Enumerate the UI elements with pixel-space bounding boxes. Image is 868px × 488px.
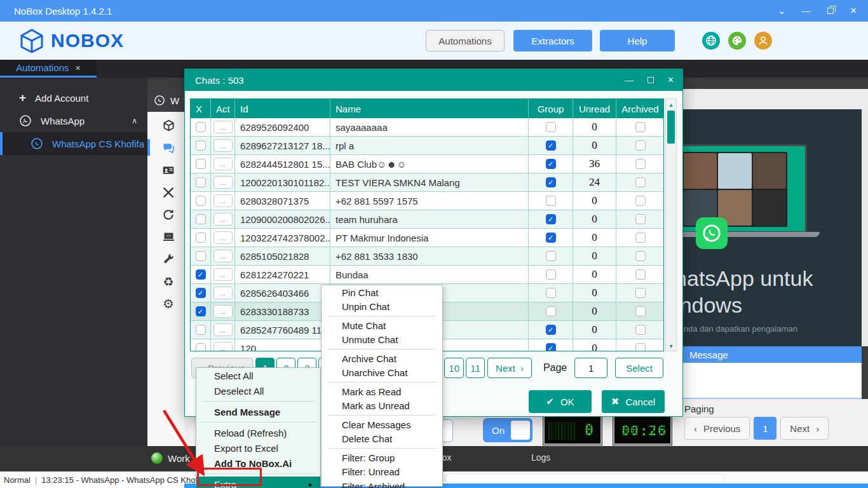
menu-item-filter-group[interactable]: Filter: Group [322,451,442,465]
laptop-code-icon[interactable]: <> [147,226,189,248]
refresh-icon[interactable] [147,203,189,226]
archived-checkbox[interactable] [635,306,646,316]
group-checkbox[interactable] [546,122,556,132]
group-checkbox[interactable] [546,288,556,298]
row-actions-button[interactable]: ... [214,213,233,226]
scrollbar-thumb[interactable] [667,111,675,144]
tab-logs[interactable]: Logs [531,452,550,463]
page-button-10[interactable]: 10 [444,358,464,378]
close-button[interactable]: × [850,4,857,17]
menu-item-send-message[interactable]: Send Message [196,404,320,419]
row-checkbox[interactable] [196,177,206,187]
archived-checkbox[interactable] [635,269,646,280]
row-actions-button[interactable]: ... [214,194,233,207]
paging-previous-button[interactable]: ‹Previous [684,417,750,440]
table-row[interactable]: ...1200220130101182...TEST VIERA SMKN4 M… [191,173,663,192]
archived-checkbox[interactable] [635,288,646,298]
row-actions-button[interactable]: ... [214,323,233,336]
menu-item-select-all[interactable]: Select All [196,368,320,383]
menu-item-extra[interactable]: Extra► [196,477,320,488]
row-actions-button[interactable]: ... [214,176,233,189]
page-number-input[interactable] [574,358,607,378]
menu-item-clear-messages[interactable]: Clear Messages [322,417,442,432]
menu-item-export-to-excel[interactable]: Export to Excel [196,440,320,456]
dialog-close-button[interactable]: × [668,74,674,86]
archived-checkbox[interactable] [635,122,646,132]
minimize-button[interactable]: — [802,6,811,16]
paging-next-button[interactable]: Next› [780,417,829,440]
globe-icon[interactable] [702,32,720,50]
menu-item-mark-as-unread[interactable]: Mark as Unread [322,399,442,414]
row-actions-button[interactable]: ... [214,139,233,152]
paging-page-1[interactable]: 1 [754,417,776,440]
restore-button[interactable] [827,8,834,14]
menu-item-unarchive-chat[interactable]: Unarchive Chat [322,366,442,381]
select-page-button[interactable]: Select [615,358,663,378]
automations-button[interactable]: Automations [426,30,505,51]
group-checkbox[interactable] [546,306,556,316]
group-checkbox[interactable] [546,196,556,206]
row-actions-button[interactable]: ... [214,305,233,318]
ok-button[interactable]: ✔ OK [529,390,592,413]
group-checkbox[interactable]: ✓ [546,343,556,351]
help-button[interactable]: Help [600,30,675,51]
row-actions-button[interactable]: ... [214,287,233,299]
chats-icon[interactable] [147,137,189,159]
row-checkbox[interactable] [196,159,206,169]
row-checkbox[interactable]: ✓ [196,288,206,298]
palette-icon[interactable] [728,32,746,50]
scroll-down-icon[interactable]: ▾ [666,341,676,351]
group-checkbox[interactable] [546,251,556,261]
archived-checkbox[interactable] [635,233,646,243]
menu-item-add-to-nobox-ai[interactable]: Add To NoBox.Ai [196,456,320,471]
cancel-button[interactable]: ✖ Cancel [602,390,665,413]
cube-icon[interactable] [147,114,189,137]
row-checkbox[interactable] [196,233,206,243]
menu-item-mark-as-read[interactable]: Mark as Read [322,384,442,399]
table-row[interactable]: ...1209000200802026...team huruhara✓0 [191,210,663,229]
extractors-button[interactable]: Extractors [513,30,592,51]
archived-checkbox[interactable] [635,177,646,187]
row-checkbox[interactable]: ✓ [196,269,206,280]
contact-card-icon[interactable] [147,159,189,181]
page-button-11[interactable]: 11 [466,358,485,378]
menu-item-filter-archived[interactable]: Filter: Archived [322,479,442,488]
group-checkbox[interactable]: ✓ [546,177,556,187]
table-scrollbar[interactable]: ▴ ▾ [665,98,677,351]
archived-checkbox[interactable] [635,196,646,206]
table-row[interactable]: ...6289627213127 18...rpl a✓0 [191,137,663,155]
gear-icon[interactable]: ⚙ [147,292,189,315]
dialog-minimize-button[interactable]: — [625,75,634,85]
wrench-icon[interactable] [147,248,189,270]
row-actions-button[interactable]: ... [214,231,233,244]
row-checkbox[interactable] [196,325,206,335]
group-checkbox[interactable]: ✓ [546,214,556,224]
row-checkbox[interactable] [196,122,206,132]
row-actions-button[interactable]: ... [214,268,233,281]
row-actions-button[interactable]: ... [214,250,233,262]
row-checkbox[interactable] [196,214,206,224]
user-icon[interactable] [754,32,772,50]
dialog-maximize-button[interactable] [648,77,654,83]
row-checkbox[interactable] [196,251,206,261]
table-row[interactable]: ...6282444512801 15...BAB Club☺☻☺✓36 [191,155,663,173]
tools-icon[interactable] [147,181,189,203]
row-actions-button[interactable]: ... [214,158,233,170]
group-checkbox[interactable] [546,269,556,280]
chevron-down-icon[interactable]: ⌄ [778,6,785,16]
table-row[interactable]: ...1203224742378002...PT Makmur Indonesi… [191,229,663,247]
group-checkbox[interactable]: ✓ [546,233,556,243]
table-row[interactable]: ...6280328071375+62 881 5597 15750 [191,192,663,210]
menu-item-reload-refresh-[interactable]: Reload (Refresh) [196,425,320,440]
archived-checkbox[interactable] [635,251,646,261]
table-row[interactable]: ...6289526092400sayaaaaaaa0 [191,118,663,137]
group-checkbox[interactable]: ✓ [546,140,556,151]
menu-item-delete-chat[interactable]: Delete Chat [322,432,442,447]
on-toggle[interactable]: On [483,418,532,442]
menu-item-filter-unread[interactable]: Filter: Unread [322,465,442,480]
row-actions-button[interactable]: ... [214,121,233,133]
row-actions-button[interactable]: ... [214,342,233,351]
table-row[interactable]: ✓...6281224270221Bundaa0 [191,266,663,284]
toggle-knob[interactable] [511,421,530,440]
archived-checkbox[interactable] [635,343,646,351]
